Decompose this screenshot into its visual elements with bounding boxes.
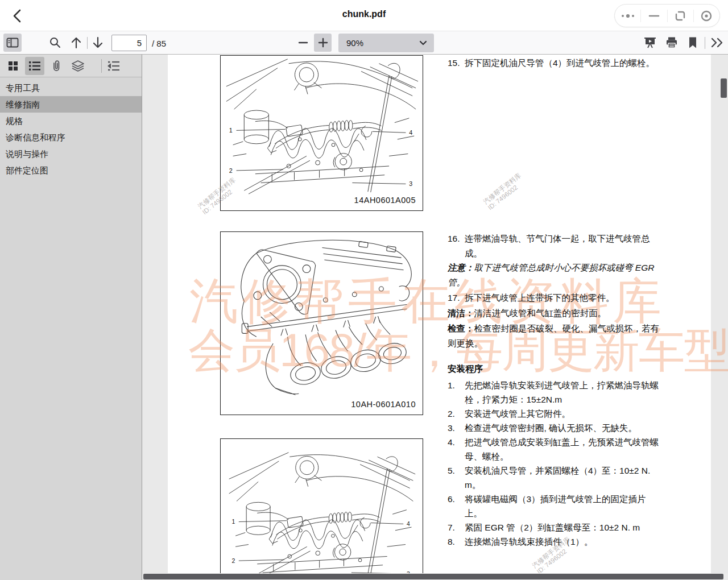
install-heading: 安装程序: [448, 362, 659, 376]
search-button[interactable]: [47, 34, 64, 52]
target-icon: [700, 10, 713, 22]
toolbar-divider: [705, 37, 705, 49]
attachment-icon: [51, 60, 62, 72]
step-text: 连带燃油导轨、节气门体一起，取下进气歧管总成。: [465, 231, 659, 261]
sidebar-item-component-location[interactable]: 部件定位图: [0, 162, 142, 179]
figure-intake-manifold: 10AH-0601A010: [220, 231, 423, 415]
clean-label: 清洁：: [448, 308, 474, 318]
minimize-button[interactable]: [641, 5, 667, 27]
clean-paragraph: 清洁：清洁进气歧管和气缸盖的密封面。: [448, 306, 659, 321]
step-number: 17.: [448, 291, 465, 305]
sidebar-toolbar-divider: [101, 59, 102, 73]
restore-icon: [675, 10, 686, 22]
previous-page-button[interactable]: [68, 34, 85, 52]
current-outline-item-icon: [107, 60, 120, 72]
minimize-icon: [648, 14, 660, 18]
sidebar: 专用工具 维修指南 规格 诊断信息和程序 说明与操作 部件定位图: [0, 55, 142, 580]
sidebar-item-instructions[interactable]: 说明与操作: [0, 146, 142, 162]
arrow-up-icon: [71, 36, 82, 49]
restore-button[interactable]: [668, 5, 693, 27]
window-controls: [614, 4, 720, 27]
step-text: 拆下进气歧管上连带拆下的其他零件。: [465, 291, 659, 305]
zoom-select[interactable]: 90%: [338, 34, 434, 52]
presentation-mode-button[interactable]: [642, 34, 659, 52]
install-step: 6.将碳罐电磁阀（3）插到进气歧管上的固定插片上。: [448, 492, 659, 520]
toolbar-divider: [87, 37, 88, 49]
inspect-text: 检查密封圈是否破裂、硬化、漏气或损坏，若有则更换。: [448, 324, 659, 348]
sidebar-toggle-button[interactable]: [3, 34, 22, 52]
figure-engine-install: [220, 438, 423, 580]
vertical-scrollbar-thumb[interactable]: [721, 78, 727, 98]
note-text: 取下进气歧管总成时小心不要损坏或碰弯 EGR 管。: [448, 263, 654, 287]
step-16: 16. 连带燃油导轨、节气门体一起，取下进气歧管总成。: [448, 231, 659, 261]
inspect-paragraph: 检查：检查密封圈是否破裂、硬化、漏气或损坏，若有则更换。: [448, 321, 659, 351]
arrow-down-icon: [92, 36, 104, 49]
figure-label: 14AH0601A005: [352, 196, 416, 205]
zoom-out-button[interactable]: [295, 34, 312, 52]
install-steps: 1.先把燃油导轨安装到进气歧管上，拧紧燃油导轨螺栓，拧紧力矩：15±2N.m 2…: [448, 378, 659, 549]
figure-engine-removal: 14AH0601A005: [220, 55, 423, 211]
sidebar-item-specs[interactable]: 规格: [0, 113, 142, 129]
zoom-in-button[interactable]: [314, 34, 332, 52]
clean-text: 清洁进气歧管和气缸盖的密封面。: [474, 308, 607, 318]
pdf-page: 1 2 3 4: [168, 55, 711, 580]
install-step: 4.把进气歧管总成安装到缸盖上，先预紧进气歧管螺母、螺栓。: [448, 435, 659, 463]
install-step: 5.安装机油尺导管，并紧固螺栓（4）至：10±2 N. m。: [448, 463, 659, 492]
outline-icon: [28, 60, 41, 72]
print-icon: [665, 36, 678, 49]
layers-icon: [71, 60, 85, 72]
install-step: 7.紧固 EGR 管（2）到缸盖螺母至：10±2 N. m: [448, 520, 659, 535]
target-button[interactable]: [694, 5, 719, 27]
note-label: 注意：: [448, 263, 474, 272]
install-step: 2.安装进气歧管上其它附件。: [448, 407, 659, 421]
engine-line-art: [221, 449, 422, 580]
horizontal-scrollbar-thumb[interactable]: [143, 574, 723, 579]
page-number-input[interactable]: [111, 35, 147, 51]
more-dots-icon: [621, 13, 635, 19]
sidebar-item-diagnostics[interactable]: 诊断信息和程序: [0, 129, 142, 146]
print-button[interactable]: [663, 34, 680, 52]
pdf-toolbar: / 85 90%: [0, 31, 728, 55]
chevron-down-icon: [419, 40, 427, 45]
note-paragraph: 注意：取下进气歧管总成时小心不要损坏或碰弯 EGR 管。: [448, 260, 659, 290]
install-step: 3.检查进气歧管密封圈, 确认无损坏、无缺失。: [448, 421, 659, 435]
layers-button[interactable]: [68, 57, 88, 75]
pdf-viewer-area[interactable]: 1 2 3 4: [142, 55, 728, 580]
thumbnails-view-button[interactable]: [3, 57, 23, 75]
presentation-icon: [644, 36, 656, 49]
bookmark-icon: [688, 36, 698, 49]
current-outline-item-button[interactable]: [104, 57, 123, 75]
step-number: 15.: [448, 56, 465, 71]
double-chevron-icon: [710, 38, 724, 48]
attachments-button[interactable]: [47, 57, 66, 75]
engine-line-art: [221, 56, 422, 195]
sidebar-toolbar: [0, 55, 142, 77]
sidebar-item-special-tools[interactable]: 专用工具: [0, 80, 142, 96]
minus-icon: [298, 41, 308, 44]
figure-label: 10AH-0601A010: [349, 400, 416, 409]
step-number: 16.: [448, 231, 465, 261]
pdf-viewer-app: chunk.pdf: [0, 0, 728, 580]
step-text: 拆下固定机油尺导管（4）到进气歧管上的螺栓。: [465, 56, 659, 71]
install-step: 8.连接燃油导轨线束接插件（1）。: [448, 535, 659, 549]
sidebar-item-repair-guide[interactable]: 维修指南: [0, 96, 142, 113]
manifold-line-art: [221, 233, 422, 400]
inspect-label: 检查：: [448, 324, 474, 333]
outline-view-button[interactable]: [25, 57, 44, 75]
step-17: 17. 拆下进气歧管上连带拆下的其他零件。: [448, 291, 659, 305]
plus-icon: [318, 38, 328, 48]
title-bar: chunk.pdf: [0, 0, 728, 31]
horizontal-scrollbar[interactable]: [142, 573, 728, 580]
zoom-value: 90%: [338, 38, 419, 48]
watermark-id-stamp: 汽修帮手资料库 ID: 7496002: [482, 172, 527, 212]
page-total-label: / 85: [152, 39, 166, 48]
more-tools-button[interactable]: [709, 34, 726, 52]
outline-list: 专用工具 维修指南 规格 诊断信息和程序 说明与操作 部件定位图: [0, 80, 142, 179]
more-button[interactable]: [615, 5, 640, 27]
sidebar-toggle-icon: [6, 38, 19, 48]
bookmark-button[interactable]: [684, 34, 701, 52]
install-step: 1.先把燃油导轨安装到进气歧管上，拧紧燃油导轨螺栓，拧紧力矩：15±2N.m: [448, 378, 659, 407]
thumbnails-icon: [7, 60, 19, 72]
next-page-button[interactable]: [89, 34, 106, 52]
step-15: 15. 拆下固定机油尺导管（4）到进气歧管上的螺栓。: [448, 56, 659, 71]
